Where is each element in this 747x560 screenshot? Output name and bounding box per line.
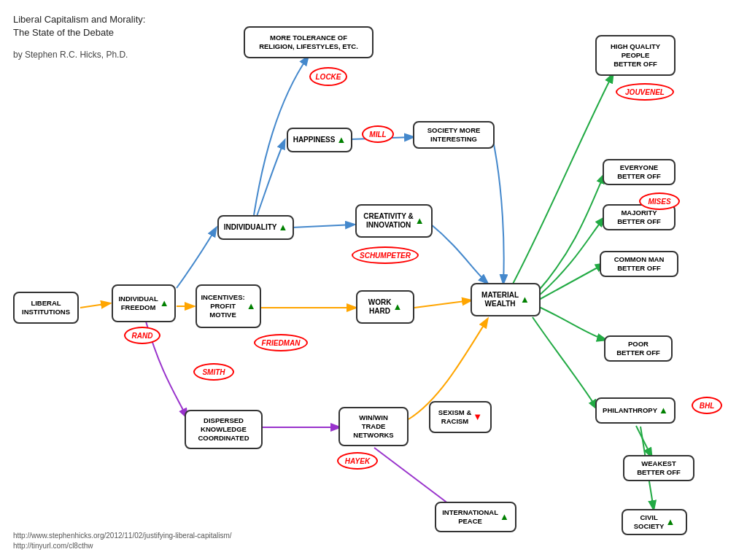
friedman-thinker: FRIEDMAN [254, 334, 308, 351]
svg-line-0 [80, 303, 109, 308]
everyone-better-node: EVERYONEBETTER OFF [603, 159, 676, 185]
international-peace-node: INTERNATIONALPEACE ▲ [435, 502, 516, 532]
author-label: by Stephen R.C. Hicks, Ph.D. [13, 50, 128, 60]
svg-line-6 [414, 300, 471, 308]
url2-label: http://tinyurl.com/cl8cthw [13, 542, 93, 550]
svg-line-8 [538, 264, 604, 300]
mill-thinker: MILL [362, 125, 394, 143]
happiness-node: HAPPINESS ▲ [287, 128, 352, 152]
up-arrow-work-hard: ▲ [392, 301, 402, 313]
up-arrow-individual-freedom: ▲ [160, 298, 169, 309]
schumpeter-thinker: SCHUMPETER [352, 246, 419, 264]
mises-thinker: MISES [639, 192, 680, 210]
svg-line-2 [292, 225, 354, 228]
hayek-thinker: HAYEK [337, 452, 378, 470]
up-arrow-material-wealth: ▲ [520, 294, 530, 306]
up-arrow-philanthropy: ▲ [659, 405, 668, 416]
common-man-node: COMMON MANBETTER OFF [600, 251, 678, 277]
url1-label: http://www.stephenhicks.org/2012/11/02/j… [13, 532, 232, 540]
up-arrow-international-peace: ▲ [500, 511, 509, 523]
up-arrow-incentives: ▲ [247, 300, 256, 312]
civil-society-node: CIVILSOCIETY ▲ [622, 509, 687, 535]
more-tolerance-node: MORE TOLERANCE OFRELIGION, LIFESTYLES, E… [244, 26, 374, 58]
poor-better-node: POORBETTER OFF [604, 335, 673, 362]
weakest-better-node: WEAKESTBETTER OFF [623, 455, 694, 481]
incentives-node: INCENTIVES:PROFITMOTIVE ▲ [196, 284, 261, 328]
dispersed-knowledge-node: DISPERSEDKNOWLEDGECOORDINATED [185, 410, 263, 449]
up-arrow-creativity: ▲ [415, 215, 425, 227]
up-arrow-civil-society: ▲ [665, 516, 675, 528]
smith-thinker: SMITH [193, 363, 234, 381]
liberal-institutions-node: LIBERAL INSTITUTIONS [13, 292, 79, 324]
material-wealth-node: MATERIALWEALTH ▲ [471, 283, 541, 316]
philanthropy-node: PHILANTHROPY ▲ [595, 397, 676, 424]
up-arrow-individuality: ▲ [278, 222, 287, 233]
bhl-thinker: BHL [692, 397, 722, 414]
individuality-node: INDIVIDUALITY ▲ [217, 215, 294, 240]
svg-line-9 [636, 426, 651, 456]
page-title: Liberal Capitalism and Morality: The Sta… [13, 13, 145, 39]
work-hard-node: WORKHARD ▲ [356, 290, 414, 324]
society-interesting-node: SOCIETY MOREINTERESTING [413, 121, 495, 149]
creativity-innovation-node: CREATIVITY &INNOVATION ▲ [355, 204, 433, 238]
up-arrow-happiness: ▲ [336, 134, 346, 146]
high-quality-node: HIGH QUALITYPEOPLEBETTER OFF [595, 35, 676, 76]
individual-freedom-node: INDIVIDUALFREEDOM ▲ [112, 284, 176, 322]
win-win-node: WIN/WINTRADENETWORKS [338, 407, 409, 446]
rand-thinker: RAND [124, 327, 160, 344]
jouvenel-thinker: JOUVENEL [616, 83, 674, 101]
down-arrow-sexism: ▼ [473, 411, 482, 423]
locke-thinker: LOCKE [309, 67, 347, 86]
sexism-racism-node: SEXISM &RACISM ▼ [429, 401, 492, 433]
